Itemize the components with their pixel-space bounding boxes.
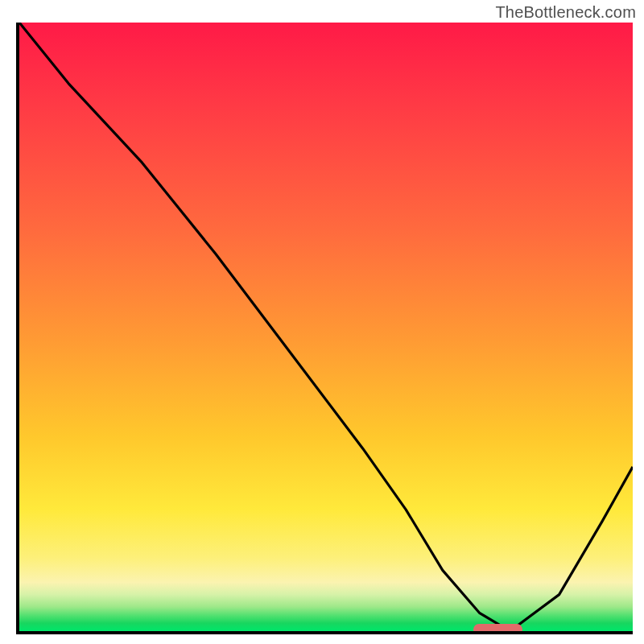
watermark-text: TheBottleneck.com xyxy=(495,3,636,22)
background-gradient xyxy=(19,23,633,631)
chart-canvas: TheBottleneck.com xyxy=(0,0,644,644)
plot-area xyxy=(19,23,633,631)
minimum-marker xyxy=(473,624,522,631)
